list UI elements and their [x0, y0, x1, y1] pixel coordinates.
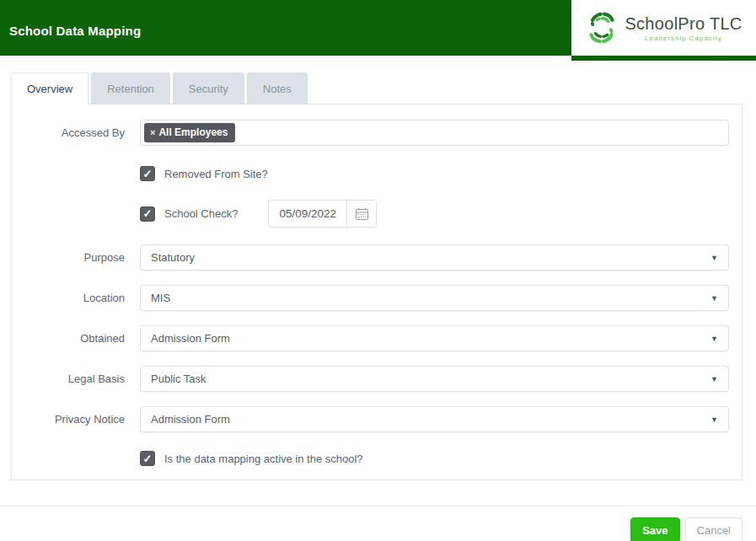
tab-security[interactable]: Security	[173, 72, 244, 104]
obtained-row: Obtained Admission Form ▼	[12, 325, 729, 351]
location-label: Location	[12, 292, 140, 304]
page-title: School Data Mapping	[0, 24, 141, 38]
check-icon: ✓	[143, 208, 153, 219]
privacy-notice-value: Admission Form	[151, 413, 230, 426]
check-icon: ✓	[143, 169, 153, 179]
logo-underline-bar	[571, 56, 756, 61]
purpose-value: Statutory	[151, 251, 195, 264]
purpose-select[interactable]: Statutory ▼	[140, 244, 729, 270]
school-check-date-group: 05/09/2022	[268, 200, 377, 228]
purpose-row: Purpose Statutory ▼	[12, 244, 729, 270]
privacy-notice-label: Privacy Notice	[12, 413, 140, 426]
tab-overview[interactable]: Overview	[11, 72, 88, 104]
accessed-by-row: Accessed By × All Employees	[12, 120, 729, 146]
tab-bar: Overview Retention Security Notes	[11, 72, 743, 104]
cancel-button[interactable]: Cancel	[685, 517, 743, 541]
location-value: MIS	[151, 292, 170, 304]
legal-basis-value: Public Task	[151, 372, 206, 385]
calendar-icon	[355, 207, 369, 221]
brand-name: SchoolPro TLC	[625, 14, 742, 34]
tag-remove-icon[interactable]: ×	[150, 127, 155, 138]
purpose-label: Purpose	[12, 251, 140, 264]
removed-from-site-checkbox[interactable]: ✓	[140, 166, 155, 181]
obtained-value: Admission Form	[151, 332, 230, 345]
chevron-down-icon: ▼	[710, 375, 718, 383]
schoolpro-s-logo-icon	[585, 9, 619, 46]
chevron-down-icon: ▼	[710, 335, 718, 343]
privacy-notice-select[interactable]: Admission Form ▼	[140, 406, 729, 432]
school-check-row: ✓ School Check? 05/09/2022	[12, 200, 729, 228]
active-mapping-label: Is the data mapping active in the school…	[164, 453, 363, 465]
check-icon: ✓	[143, 453, 153, 464]
legal-basis-label: Legal Basis	[12, 372, 140, 385]
chevron-down-icon: ▼	[710, 294, 718, 303]
chevron-down-icon: ▼	[710, 254, 718, 262]
accessed-by-tag: × All Employees	[144, 123, 235, 142]
removed-from-site-label: Removed From Site?	[164, 168, 268, 180]
location-select[interactable]: MIS ▼	[140, 285, 729, 311]
data-mapping-card: Overview Retention Security Notes Access…	[11, 72, 743, 480]
overview-tab-panel: Accessed By × All Employees ✓ Removed Fr…	[11, 104, 743, 480]
obtained-label: Obtained	[12, 332, 140, 345]
school-check-checkbox[interactable]: ✓	[140, 206, 155, 222]
date-picker-button[interactable]	[346, 201, 376, 227]
save-button[interactable]: Save	[630, 517, 679, 541]
brand-logo: SchoolPro TLC Leadership Capacity	[571, 0, 756, 56]
chevron-down-icon: ▼	[710, 415, 718, 424]
removed-from-site-row: ✓ Removed From Site?	[12, 166, 729, 181]
active-mapping-row: ✓ Is the data mapping active in the scho…	[12, 451, 729, 466]
top-header-bar: School Data Mapping SchoolPro TLC Leader…	[0, 0, 756, 61]
tab-retention[interactable]: Retention	[91, 72, 170, 104]
privacy-notice-row: Privacy Notice Admission Form ▼	[12, 406, 729, 432]
accessed-by-input[interactable]: × All Employees	[140, 120, 729, 146]
tag-label: All Employees	[158, 126, 228, 138]
brand-tagline: Leadership Capacity	[645, 35, 722, 42]
obtained-select[interactable]: Admission Form ▼	[140, 325, 729, 351]
active-mapping-checkbox[interactable]: ✓	[140, 451, 155, 466]
tab-notes[interactable]: Notes	[247, 72, 308, 104]
legal-basis-select[interactable]: Public Task ▼	[140, 366, 729, 392]
location-row: Location MIS ▼	[12, 285, 729, 311]
accessed-by-label: Accessed By	[12, 126, 140, 139]
legal-basis-row: Legal Basis Public Task ▼	[12, 366, 729, 392]
school-check-label: School Check?	[164, 207, 238, 220]
school-check-date-input[interactable]: 05/09/2022	[269, 201, 346, 227]
footer-actions: Save Cancel	[0, 506, 756, 541]
